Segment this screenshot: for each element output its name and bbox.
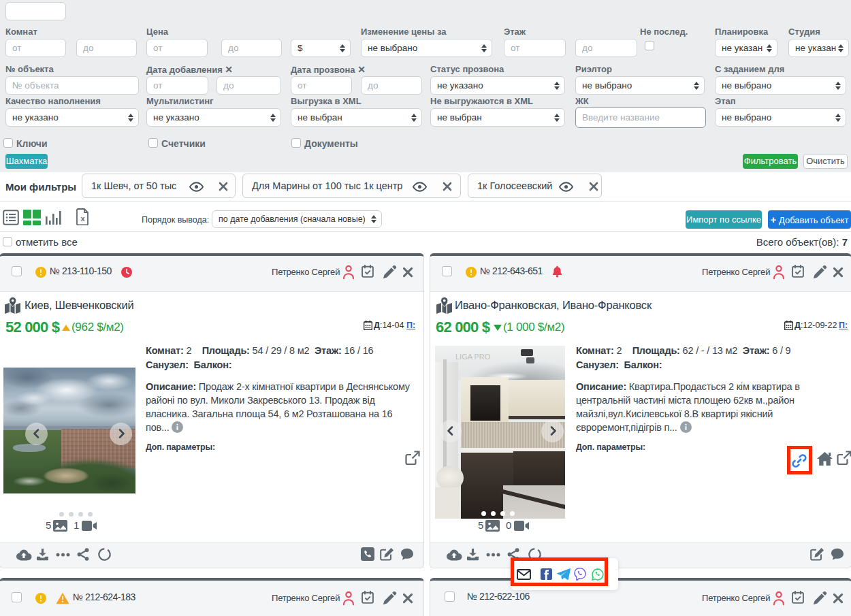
svg-text:x: x bbox=[80, 214, 85, 223]
